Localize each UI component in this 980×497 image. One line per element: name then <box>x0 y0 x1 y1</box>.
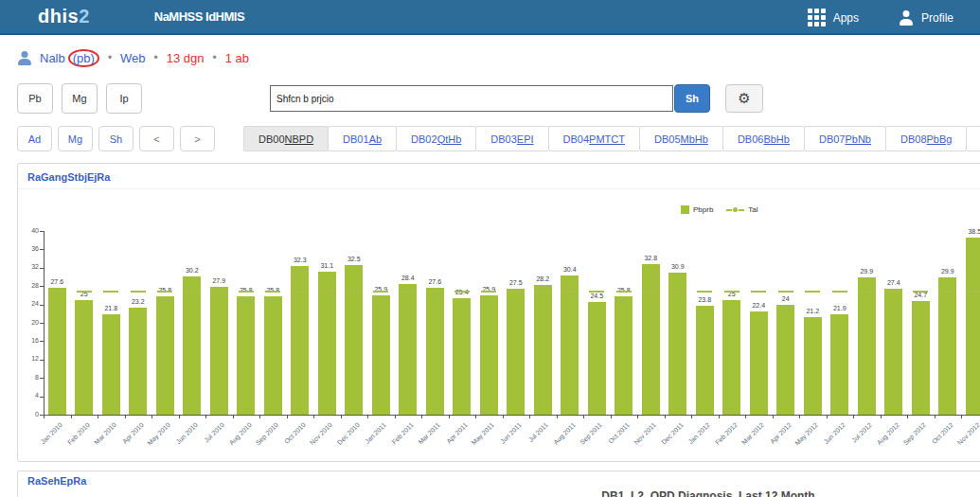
bar[interactable] <box>291 266 309 415</box>
bar[interactable] <box>210 287 228 415</box>
gear-icon: ⚙ <box>738 90 750 106</box>
x-axis-tick-mark <box>475 415 476 418</box>
legend-item-bars[interactable]: Pbprb <box>681 205 713 214</box>
bar[interactable] <box>912 301 930 415</box>
bar[interactable] <box>507 289 525 415</box>
bar[interactable] <box>48 288 66 415</box>
apps-menu-button[interactable]: Apps <box>808 9 859 27</box>
legend-item-target[interactable]: Tal <box>726 205 757 214</box>
target-dash <box>401 291 416 293</box>
bar[interactable] <box>453 298 471 415</box>
tab-label-name: MbHb <box>681 133 708 145</box>
toolbar-button-ip[interactable]: Ip <box>106 83 142 114</box>
bar[interactable] <box>830 314 848 415</box>
x-axis-tick-mark <box>935 415 935 418</box>
bar[interactable] <box>588 302 606 415</box>
settings-gear-button[interactable]: ⚙ <box>725 84 763 113</box>
chart-panel-2: RaSehEpRa DB1_L2_OPD Diagnosis, Last 12 … <box>17 470 980 497</box>
bar[interactable] <box>75 300 93 415</box>
target-dash <box>859 291 874 293</box>
bar-value-label: 28.4 <box>395 275 421 281</box>
bar[interactable] <box>318 272 336 415</box>
target-dash <box>697 291 712 293</box>
search-input[interactable] <box>270 85 673 112</box>
tab-label-prefix: DB05 <box>654 133 681 145</box>
chart-panel-1: RaGangStbjEjRa 048121620242832364027.6Ja… <box>17 163 980 462</box>
bar[interactable] <box>102 314 120 415</box>
toolbar-button-pb[interactable]: Pb <box>17 83 53 114</box>
alerts-count[interactable]: 1 ab <box>225 51 249 65</box>
bar[interactable] <box>183 276 201 415</box>
target-dash <box>427 291 442 293</box>
x-axis-tick-mark <box>98 415 98 418</box>
dashboard-tab-DB00[interactable]: DB00NBPD <box>243 126 329 151</box>
bar[interactable] <box>345 265 363 415</box>
dashboard-nav-next-arrow-button[interactable]: > <box>180 126 215 151</box>
bar[interactable] <box>156 296 174 415</box>
bar-value-label: 30.2 <box>179 267 205 274</box>
bar-value-label: 27.5 <box>503 279 529 286</box>
target-dash <box>805 291 820 293</box>
target-dash <box>643 291 658 293</box>
bar[interactable] <box>615 296 633 415</box>
bar[interactable] <box>938 277 956 415</box>
bar[interactable] <box>776 305 794 415</box>
bar[interactable] <box>264 296 282 415</box>
messages-count[interactable]: 13 dgn <box>167 51 205 65</box>
dashboard-tab-DB09[interactable]: DB09PbBs <box>966 126 980 151</box>
bar[interactable] <box>372 295 390 415</box>
target-dash <box>319 291 334 293</box>
dashboard-nav-share-button[interactable]: Sh <box>98 126 134 151</box>
bar[interactable] <box>804 317 822 415</box>
user-name-link[interactable]: Nalb <box>40 51 65 65</box>
dashboard-nav-manage-button[interactable]: Mg <box>58 126 93 151</box>
bar[interactable] <box>750 311 768 415</box>
bar[interactable] <box>426 288 444 415</box>
dashboard-tab-DB08[interactable]: DB08PbBg <box>885 126 967 151</box>
search-button[interactable]: Sh <box>674 84 710 113</box>
bar[interactable] <box>884 289 902 415</box>
dashboard-nav-prev-arrow-button[interactable]: < <box>139 126 174 151</box>
dashboard-tab-DB03[interactable]: DB03EPI <box>475 126 548 151</box>
tab-label-prefix: DB01 <box>343 133 369 145</box>
chart2-title-link[interactable]: RaSehEpRa <box>27 475 86 487</box>
tab-label-prefix: DB06 <box>738 133 764 145</box>
tab-label-name: BbHb <box>763 133 790 145</box>
bar[interactable] <box>668 273 686 415</box>
separator-dot: • <box>154 51 158 64</box>
bar[interactable] <box>561 275 579 415</box>
target-dash <box>967 291 980 293</box>
dashboard-tab-DB06[interactable]: DB06BbHb <box>722 126 805 151</box>
target-dash <box>832 291 847 293</box>
profile-menu-button[interactable]: Profile <box>899 10 953 26</box>
toolbar-button-group: PbMgIp <box>17 83 142 114</box>
dhis2-logo[interactable]: dhis2 <box>38 6 90 27</box>
dashboard-nav-add-button[interactable]: Ad <box>17 126 52 151</box>
bar[interactable] <box>858 277 876 415</box>
bar[interactable] <box>480 295 498 415</box>
x-axis-tick-mark <box>907 415 908 418</box>
bar[interactable] <box>642 264 660 415</box>
x-axis-tick-mark <box>179 415 180 418</box>
dashboard-tab-DB02[interactable]: DB02QtHb <box>396 126 476 151</box>
dashboard-tab-DB07[interactable]: DB07PbNb <box>804 126 886 151</box>
bar[interactable] <box>696 306 714 415</box>
dashboard-tab-DB05[interactable]: DB05MbHb <box>639 126 723 151</box>
x-axis-line <box>44 415 980 416</box>
network-link[interactable]: Web <box>120 51 146 65</box>
bar[interactable] <box>399 284 417 415</box>
bar[interactable] <box>129 308 147 415</box>
bar[interactable] <box>966 238 980 415</box>
bar[interactable] <box>722 300 740 415</box>
bar[interactable] <box>534 285 552 415</box>
x-axis-tick-mark <box>799 415 800 418</box>
tab-label-prefix: DB02 <box>411 133 437 145</box>
dashboard-tab-strip: DB00NBPDDB01AbDB02QtHbDB03EPIDB04PMTCTDB… <box>244 126 980 151</box>
bar[interactable] <box>237 296 255 415</box>
dashboard-tab-DB04[interactable]: DB04PMTCT <box>548 126 640 151</box>
bar-value-label: 24 <box>773 295 799 302</box>
toolbar-button-mg[interactable]: Mg <box>62 83 98 114</box>
x-axis-tick-mark <box>961 415 962 418</box>
apps-grid-icon <box>808 9 826 27</box>
dashboard-tab-DB01[interactable]: DB01Ab <box>328 126 397 151</box>
